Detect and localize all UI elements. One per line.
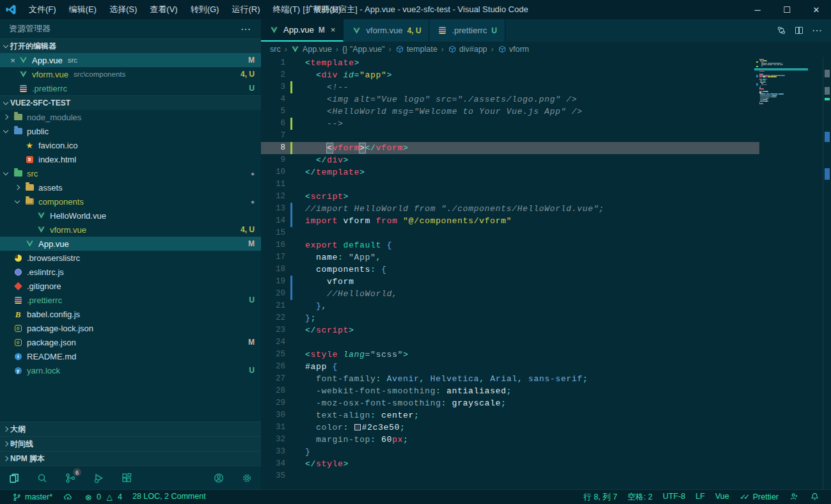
status-item[interactable] <box>784 492 804 502</box>
tree-item[interactable]: assets <box>0 180 261 194</box>
code-line[interactable]: 15 <box>261 227 759 239</box>
tab-.prettierrc[interactable]: .prettierrcU <box>429 19 505 42</box>
tree-item[interactable]: App.vueM <box>0 237 261 251</box>
menu-运行(R)[interactable]: 运行(R) <box>226 2 265 17</box>
code-line[interactable]: 10</template> <box>261 166 759 178</box>
tree-item[interactable]: public <box>0 124 261 138</box>
code-line[interactable]: 12<script> <box>261 191 759 203</box>
tree-item[interactable]: {}package-lock.json <box>0 321 261 335</box>
status-item-Vue[interactable]: Vue <box>710 492 734 501</box>
tree-item[interactable]: components● <box>0 194 261 209</box>
status-item[interactable] <box>58 492 78 502</box>
breadcrumb-item[interactable]: src <box>270 45 281 54</box>
tree-item[interactable]: yyarn.lockU <box>0 363 261 377</box>
status-item-行8列7[interactable]: 行 8, 列 7 <box>578 492 622 503</box>
tree-item[interactable]: .gitignore <box>0 279 261 293</box>
code-line[interactable]: 21 }, <box>261 300 759 312</box>
tree-item[interactable]: .eslintrc.js <box>0 265 261 279</box>
project-root-header[interactable]: VUE2-SFC-TEST <box>0 95 261 110</box>
open-editors-header[interactable]: 打开的编辑器 <box>0 38 261 53</box>
code-line[interactable]: 4 <img alt="Vue logo" src="./assets/logo… <box>261 93 759 106</box>
tree-item[interactable]: iREADME.md <box>0 349 261 363</box>
menu-文件(F)[interactable]: 文件(F) <box>23 2 62 17</box>
status-item-LF[interactable]: LF <box>690 492 710 501</box>
breadcrumb-item[interactable]: template <box>395 45 438 54</box>
tree-item[interactable]: .browserslistrc <box>0 251 261 265</box>
code-line[interactable]: 30 text-align: center; <box>261 409 759 421</box>
split-editor-icon[interactable] <box>795 27 803 34</box>
maximize-button[interactable]: ☐ <box>772 0 802 19</box>
code-line[interactable]: 7 <box>261 130 759 142</box>
close-icon[interactable]: × <box>8 56 18 65</box>
status-item-Prettier[interactable]: ✓✓Prettier <box>734 492 784 502</box>
status-item-UTF-8[interactable]: UTF-8 <box>658 492 690 501</box>
activity-account[interactable] <box>211 470 226 485</box>
code-line[interactable]: 16export default { <box>261 239 759 251</box>
code-line[interactable]: 22}; <box>261 312 759 324</box>
minimize-button[interactable]: ─ <box>743 0 772 19</box>
breadcrumb-item[interactable]: {} "App.vue" <box>342 45 385 54</box>
breadcrumb-item[interactable]: div#app <box>448 45 487 54</box>
code-line[interactable]: 14import vform from "@/components/vform" <box>261 215 759 227</box>
code-line[interactable]: 13//import HelloWorld from "./components… <box>261 203 759 215</box>
section-NPM 脚本[interactable]: NPM 脚本 <box>0 451 261 466</box>
tree-item[interactable]: 5index.html <box>0 152 261 166</box>
code-line[interactable]: 6 --> <box>261 118 759 130</box>
status-item[interactable] <box>804 492 825 502</box>
menu-转到(G)[interactable]: 转到(G) <box>185 2 225 17</box>
tree-item[interactable]: .prettierrcU <box>0 293 261 307</box>
close-icon[interactable]: × <box>331 25 336 35</box>
activity-extensions[interactable] <box>119 470 134 485</box>
tree-item[interactable]: src● <box>0 166 261 180</box>
activity-files[interactable] <box>6 470 22 485</box>
breadcrumb-item[interactable]: App.vue <box>291 45 332 54</box>
code-line[interactable]: 24 <box>261 336 759 349</box>
tree-item[interactable]: HelloWorld.vue <box>0 209 261 223</box>
close-button[interactable]: ✕ <box>802 0 831 19</box>
code-line[interactable]: 23</script> <box>261 324 759 336</box>
tree-item[interactable]: ★favicon.ico <box>0 138 261 152</box>
more-actions-icon[interactable]: ⋯ <box>812 24 822 36</box>
menu-选择(S)[interactable]: 选择(S) <box>104 2 143 17</box>
code-line[interactable]: 20 //HelloWorld, <box>261 288 759 300</box>
code-line[interactable]: 29 -moz-osx-font-smoothing: grayscale; <box>261 397 759 409</box>
tree-item[interactable]: node_modules <box>0 110 261 124</box>
code-line[interactable]: 2 <div id="app"> <box>261 69 759 81</box>
code-line[interactable]: 1<template> <box>261 57 759 69</box>
code-line[interactable]: 25<style lang="scss"> <box>261 349 759 361</box>
menu-终端(T)[interactable]: 终端(T) <box>267 2 306 17</box>
minimap[interactable] <box>759 59 802 106</box>
overview-ruler[interactable] <box>823 57 831 489</box>
code-editor[interactable]: 1<template>2 <div id="app">3 <!--4 <img … <box>261 57 831 489</box>
explorer-more-icon[interactable]: ⋯ <box>241 23 252 35</box>
tree-item[interactable]: vform.vue4, U <box>0 223 261 237</box>
open-editor-item[interactable]: .prettierrcU <box>0 81 261 95</box>
code-line[interactable]: 11 <box>261 178 759 191</box>
tab-vform.vue[interactable]: vform.vue4, U <box>344 19 429 42</box>
code-line[interactable]: 33} <box>261 446 759 458</box>
code-line[interactable]: 17 name: "App", <box>261 251 759 264</box>
code-line[interactable]: 27 font-family: Avenir, Helvetica, Arial… <box>261 373 759 385</box>
activity-search[interactable] <box>35 470 50 485</box>
activity-debug[interactable] <box>91 470 106 485</box>
activity-gear[interactable] <box>239 470 255 485</box>
code-line[interactable]: 28 -webkit-font-smoothing: antialiased; <box>261 385 759 397</box>
open-editor-item[interactable]: ×App.vuesrcM <box>0 53 261 67</box>
code-line[interactable]: 26#app { <box>261 361 759 373</box>
section-大纲[interactable]: 大纲 <box>0 421 261 436</box>
code-line[interactable]: 5 <HelloWorld msg="Welcome to Your Vue.j… <box>261 106 759 118</box>
code-line[interactable]: 9 </div> <box>261 154 759 166</box>
tree-item[interactable]: {}package.jsonM <box>0 335 261 349</box>
code-line[interactable]: 35 <box>261 470 759 482</box>
menu-编辑(E)[interactable]: 编辑(E) <box>63 2 102 17</box>
section-时间线[interactable]: 时间线 <box>0 436 261 451</box>
code-line[interactable]: 3 <!-- <box>261 81 759 93</box>
code-line[interactable]: 32 margin-top: 60px; <box>261 434 759 446</box>
status-item-28LOC2Comment[interactable]: 28 LOC, 2 Comment <box>127 492 211 501</box>
breadcrumb-item[interactable]: vform <box>498 45 529 54</box>
status-item-空格2[interactable]: 空格: 2 <box>622 492 658 503</box>
menu-查看(V)[interactable]: 查看(V) <box>144 2 183 17</box>
tree-item[interactable]: Bbabel.config.js <box>0 307 261 321</box>
status-item-0[interactable]: ⊗0△4 <box>78 492 127 502</box>
open-editor-item[interactable]: vform.vuesrc\components4, U <box>0 67 261 81</box>
